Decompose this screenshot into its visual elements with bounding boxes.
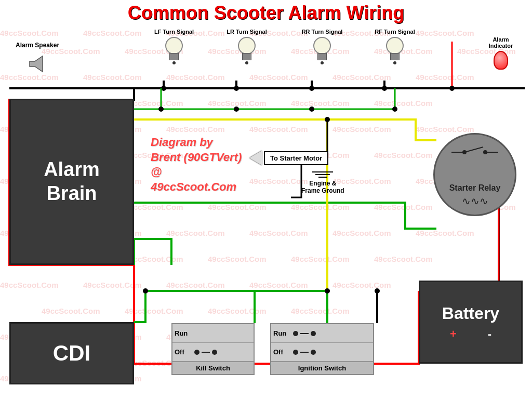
ignition-switch-off-label: Off (273, 348, 291, 356)
svg-point-8 (309, 86, 314, 91)
watermark: 49ccScoot.Com (291, 99, 350, 108)
watermark: 49ccScoot.Com (83, 281, 142, 289)
watermark: 49ccScoot.Com (374, 255, 433, 263)
svg-marker-5 (30, 56, 43, 72)
cdi-box: CDI (9, 322, 134, 384)
watermark: 49ccScoot.Com (166, 125, 225, 134)
watermark: 49ccScoot.Com (208, 99, 267, 108)
svg-point-14 (325, 288, 330, 294)
lf-turn-signal-label: LF Turn Signal (153, 29, 195, 35)
watermark: 49ccScoot.Com (291, 307, 350, 315)
alarm-indicator-label: Alarm Indicator (480, 36, 522, 49)
ignition-off-contact-right (311, 350, 316, 355)
ignition-off-contact-bridge (300, 352, 309, 353)
watermark: 49ccScoot.Com (416, 125, 474, 134)
kill-switch-label: Kill Switch (172, 362, 254, 374)
lr-turn-signal-bulb: LR Turn Signal (226, 29, 268, 60)
relay-switch-symbol (449, 142, 501, 168)
watermark: 49ccScoot.Com (208, 255, 267, 263)
watermark: 49ccScoot.Com (416, 29, 474, 37)
kill-switch-contact-bridge (202, 352, 210, 353)
relay-coil-symbol: ∿∿∿ (462, 195, 488, 207)
ground-symbol: Engine &Frame Ground (301, 171, 344, 194)
svg-point-18 (309, 107, 314, 112)
watermark: 49ccScoot.Com (208, 307, 267, 315)
watermark: 49ccScoot.Com (249, 125, 308, 134)
watermark: 49ccScoot.Com (166, 229, 225, 237)
watermark: 49ccScoot.Com (42, 307, 100, 315)
speaker-icon (24, 51, 50, 77)
svg-line-3 (464, 147, 483, 152)
watermark: 49ccScoot.Com (0, 281, 59, 289)
kill-switch-run-label: Run (175, 329, 192, 337)
lr-bulb-shape (236, 37, 257, 60)
svg-point-15 (449, 86, 455, 91)
kill-switch-contact-group (194, 350, 217, 355)
starter-relay-label: Starter Relay (449, 183, 501, 193)
lf-turn-signal-bulb: LF Turn Signal (153, 29, 195, 60)
rr-turn-signal-bulb: RR Turn Signal (301, 29, 343, 60)
watermark: 49ccScoot.Com (208, 203, 267, 211)
svg-point-19 (392, 107, 397, 112)
ignition-run-contact-bridge (300, 333, 309, 334)
svg-point-7 (234, 86, 239, 91)
svg-point-9 (382, 86, 387, 91)
watermark: 49ccScoot.Com (291, 255, 350, 263)
watermark: 49ccScoot.Com (0, 29, 59, 37)
diagram-container: Common Scooter Alarm Wiring 49ccScoot.Co… (0, 0, 532, 399)
watermark: 49ccScoot.Com (332, 125, 391, 134)
watermark: 49ccScoot.Com (332, 281, 391, 289)
watermark: 49ccScoot.Com (332, 73, 391, 82)
rf-turn-signal-bulb: RF Turn Signal (374, 29, 416, 60)
cdi-label: CDI (53, 341, 90, 366)
watermark: 49ccScoot.Com (83, 29, 142, 37)
ignition-switch: Run Off Ignition Switch (270, 323, 374, 375)
battery-terminals: + - (450, 327, 491, 341)
svg-point-10 (143, 288, 148, 294)
ground-label: Engine &Frame Ground (301, 180, 344, 194)
alarm-speaker-label: Alarm Speaker (16, 42, 59, 49)
watermark: 49ccScoot.Com (374, 203, 433, 211)
rr-bulb-shape (312, 37, 332, 60)
ground-lines-icon (312, 171, 333, 178)
watermark: 49ccScoot.Com (249, 73, 308, 82)
battery-label: Battery (442, 304, 499, 323)
battery-box: Battery + - (419, 281, 523, 364)
watermark: 49ccScoot.Com (249, 229, 308, 237)
kill-switch-contact-right (212, 350, 217, 355)
battery-negative-terminal: - (488, 327, 491, 341)
svg-point-6 (161, 86, 166, 91)
watermark: 49ccScoot.Com (166, 73, 225, 82)
kill-switch-off-row: Off (172, 343, 254, 362)
ignition-switch-off-row: Off (271, 343, 373, 362)
ignition-switch-run-contacts (293, 331, 316, 336)
ignition-off-contact-left (293, 350, 298, 355)
alarm-speaker: Alarm Speaker (16, 42, 59, 77)
starter-relay: Starter Relay ∿∿∿ (433, 133, 516, 216)
watermark: 49ccScoot.Com (374, 99, 433, 108)
alarm-brain-box: AlarmBrain (9, 99, 134, 265)
alarm-led (494, 51, 508, 70)
ignition-switch-run-row: Run (271, 324, 373, 343)
lr-turn-signal-label: LR Turn Signal (226, 29, 268, 35)
watermark: 49ccScoot.Com (83, 73, 142, 82)
ignition-switch-off-contacts (293, 350, 316, 355)
watermark: 49ccScoot.Com (416, 229, 474, 237)
svg-point-17 (234, 107, 239, 112)
watermark: 49ccScoot.Com (166, 281, 225, 289)
starter-motor-label: To Starter Motor (264, 151, 328, 165)
alarm-brain-label: AlarmBrain (44, 158, 100, 205)
arrow-head-icon (249, 151, 262, 165)
rf-turn-signal-label: RF Turn Signal (374, 29, 416, 35)
watermark: 49ccScoot.Com (416, 73, 474, 82)
page-title: Common Scooter Alarm Wiring (0, 2, 532, 24)
watermark: 49ccScoot.Com (332, 229, 391, 237)
starter-motor-arrow: To Starter Motor (249, 151, 328, 165)
watermark: 49ccScoot.Com (249, 281, 308, 289)
kill-switch-run-row: Run (172, 324, 254, 343)
watermark: 49ccScoot.Com (374, 151, 433, 159)
diagram-credit-text: Diagram byBrent (90GTVert)@49ccScoot.Com (151, 135, 242, 194)
ignition-run-contact-right (311, 331, 316, 336)
ignition-switch-run-label: Run (273, 329, 291, 337)
kill-switch: Run Off Kill Switch (171, 323, 255, 375)
